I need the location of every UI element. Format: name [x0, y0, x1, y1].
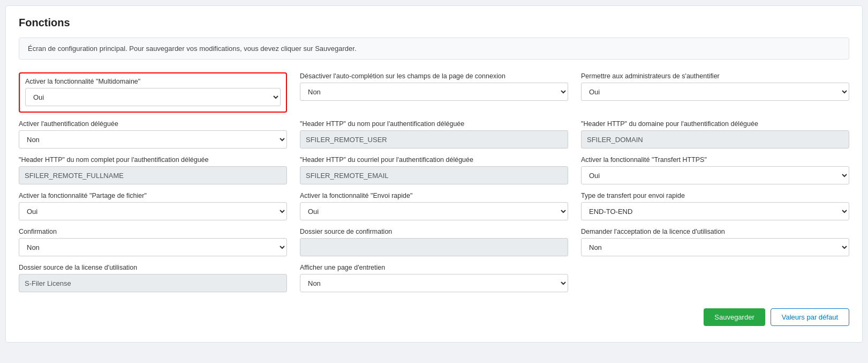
label-envoi_rapide: Activer la fonctionnalité "Envoi rapide" [300, 192, 568, 199]
page-container: Fonctions Écran de configuration princip… [5, 5, 863, 343]
select-acceptation_licence[interactable]: OuiNon [581, 238, 849, 256]
form-group-header_http_domaine: "Header HTTP" du domaine pour l'authenti… [581, 120, 849, 149]
form-group-admin_auth: Permettre aux administrateurs de s'authe… [581, 72, 849, 113]
input-dossier_source_confirmation [300, 238, 568, 256]
form-group-header_http_fullname: "Header HTTP" du nom complet pour l'auth… [19, 156, 287, 184]
label-multidomaine: Activer la fonctionnalité "Multidomaine" [25, 78, 281, 85]
info-banner: Écran de configuration principal. Pour s… [19, 38, 849, 60]
label-type_transfert: Type de transfert pour envoi rapide [581, 192, 849, 199]
form-group-partage_fichier: Activer la fonctionnalité "Partage de fi… [19, 192, 287, 220]
label-page_entretien: Afficher une page d'entretien [300, 264, 568, 271]
select-confirmation[interactable]: OuiNon [19, 238, 287, 256]
label-auto_completion: Désactiver l'auto-complétion sur les cha… [300, 72, 568, 80]
default-values-button[interactable]: Valeurs par défaut [771, 308, 849, 326]
form-group-header_http_nom: "Header HTTP" du nom pour l'authentifica… [300, 120, 568, 149]
form-grid: Activer la fonctionnalité "Multidomaine"… [19, 72, 849, 292]
form-group-dossier_source_confirmation: Dossier source de confirmation [300, 228, 568, 256]
select-admin_auth[interactable]: OuiNon [581, 83, 849, 101]
form-group-acceptation_licence: Demander l'acceptation de la licence d'u… [581, 228, 849, 256]
form-group-confirmation: ConfirmationOuiNon [19, 228, 287, 256]
input-header_http_fullname [19, 166, 287, 184]
select-multidomaine[interactable]: OuiNon [25, 88, 281, 106]
select-transfert_https[interactable]: OuiNon [581, 166, 849, 184]
form-group-transfert_https: Activer la fonctionnalité "Transfert HTT… [581, 156, 849, 184]
form-group-auto_completion: Désactiver l'auto-complétion sur les cha… [300, 72, 568, 113]
form-group-type_transfert: Type de transfert pour envoi rapideEND-T… [581, 192, 849, 220]
select-type_transfert[interactable]: END-TO-ENDRELAY [581, 202, 849, 220]
select-auto_completion[interactable]: OuiNon [300, 83, 568, 101]
footer-buttons: Sauvegarder Valeurs par défaut [19, 308, 849, 326]
label-transfert_https: Activer la fonctionnalité "Transfert HTT… [581, 156, 849, 164]
label-dossier_source_license: Dossier source de la license d'utilisati… [19, 264, 287, 271]
form-group-multidomaine: Activer la fonctionnalité "Multidomaine"… [19, 72, 287, 113]
label-auth_deleguee: Activer l'authentification déléguée [19, 120, 287, 128]
select-auth_deleguee[interactable]: OuiNon [19, 130, 287, 149]
label-dossier_source_confirmation: Dossier source de confirmation [300, 228, 568, 235]
select-page_entretien[interactable]: OuiNon [300, 274, 568, 292]
form-group-dossier_source_license: Dossier source de la license d'utilisati… [19, 264, 287, 292]
form-group-auth_deleguee: Activer l'authentification déléguéeOuiNo… [19, 120, 287, 149]
select-partage_fichier[interactable]: OuiNon [19, 202, 287, 220]
form-group-envoi_rapide: Activer la fonctionnalité "Envoi rapide"… [300, 192, 568, 220]
input-header_http_domaine [581, 130, 849, 149]
input-header_http_email [300, 166, 568, 184]
label-partage_fichier: Activer la fonctionnalité "Partage de fi… [19, 192, 287, 199]
input-header_http_nom [300, 130, 568, 149]
label-header_http_fullname: "Header HTTP" du nom complet pour l'auth… [19, 156, 287, 164]
label-header_http_nom: "Header HTTP" du nom pour l'authentifica… [300, 120, 568, 128]
select-envoi_rapide[interactable]: OuiNon [300, 202, 568, 220]
form-group-page_entretien: Afficher une page d'entretienOuiNon [300, 264, 568, 292]
save-button[interactable]: Sauvegarder [704, 308, 765, 326]
input-dossier_source_license [19, 274, 287, 292]
label-header_http_email: "Header HTTP" du courriel pour l'authent… [300, 156, 568, 164]
page-title: Fonctions [19, 17, 849, 29]
form-group-header_http_email: "Header HTTP" du courriel pour l'authent… [300, 156, 568, 184]
label-acceptation_licence: Demander l'acceptation de la licence d'u… [581, 228, 849, 235]
label-header_http_domaine: "Header HTTP" du domaine pour l'authenti… [581, 120, 849, 128]
label-confirmation: Confirmation [19, 228, 287, 235]
label-admin_auth: Permettre aux administrateurs de s'authe… [581, 72, 849, 80]
